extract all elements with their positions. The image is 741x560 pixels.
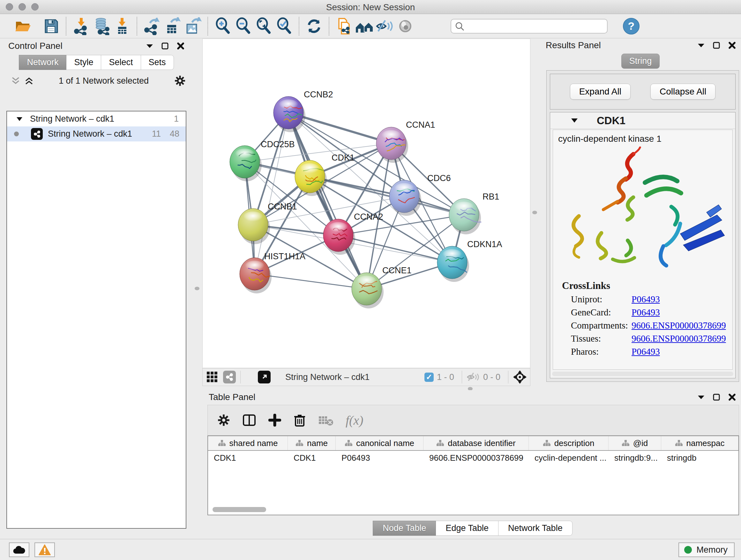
zoom-fit-button[interactable] [253,16,274,37]
birds-eye-view-icon[interactable] [513,370,527,384]
result-entry-header[interactable]: CDK1 [550,112,735,129]
import-network-button[interactable] [71,16,91,37]
export-image-button[interactable] [183,16,203,37]
close-panel-icon[interactable] [728,42,736,49]
help-button[interactable]: ? [623,18,639,35]
float-panel-icon[interactable] [713,394,720,401]
show-all-button[interactable] [395,16,415,37]
column-header-name[interactable]: name [288,436,336,450]
memory-button[interactable]: Memory [678,543,735,557]
zoom-in-button[interactable] [212,16,233,37]
zoom-selected-icon [275,17,293,35]
vertical-splitter-handle[interactable] [532,211,537,214]
crosslink-value[interactable]: 9606.ENSP00000378699 [631,333,726,344]
grid-view-icon[interactable] [206,371,219,383]
crosslink-value[interactable]: P06493 [631,347,660,357]
network-collection-label: String Network – cdk1 [30,114,114,124]
collapse-all-button[interactable]: Collapse All [650,84,716,100]
float-panel-icon[interactable] [713,42,720,49]
column-header--id[interactable]: @id [609,436,661,450]
gear-icon[interactable] [174,75,186,86]
network-node[interactable]: CCNB1 [238,202,297,244]
table-tab[interactable]: Network Table [498,521,572,536]
create-column-plus-icon[interactable] [268,414,281,427]
open-session-button[interactable] [13,16,33,37]
table-tabs: Node TableEdge TableNetwork Table [204,521,741,536]
control-panel-tab[interactable]: Select [101,55,141,70]
column-header-namespac[interactable]: namespac [661,436,738,450]
save-session-button[interactable] [41,16,61,37]
zoom-selected-button[interactable] [274,16,294,37]
table-tab[interactable]: Edge Table [436,521,498,536]
entry-detail: cyclin-dependent kinase 1 [553,130,733,370]
entry-expand-icon[interactable] [571,118,578,123]
import-network-from-database-button[interactable] [91,16,112,37]
control-panel-tab[interactable]: Network [19,55,66,70]
database-import-icon [92,17,111,35]
table-settings-gear-icon[interactable] [217,414,230,427]
column-header-database-identifier[interactable]: database identifier [423,436,529,450]
network-row[interactable]: String Network – cdk1 11 48 [7,126,186,141]
results-tab-string[interactable]: String [621,54,660,69]
close-panel-icon[interactable] [728,393,736,401]
collapse-all-icon[interactable] [11,77,20,85]
network-node[interactable]: CCNE1 [352,266,412,308]
import-table-button[interactable] [112,16,132,37]
network-node[interactable]: HIST1H1A [240,252,306,294]
export-table-button[interactable] [162,16,183,37]
column-header-shared-name[interactable]: shared name [208,436,288,450]
warnings-button[interactable] [35,543,55,557]
crosslink-value[interactable]: 9606.ENSP00000378699 [631,320,726,331]
hide-selected-button[interactable] [375,16,395,37]
expand-all-icon[interactable] [25,77,33,85]
function-builder-icon[interactable]: f(x) [346,413,363,428]
network-collection-row[interactable]: String Network – cdk1 1 [7,111,186,126]
delete-column-trash-icon[interactable] [293,413,306,427]
collection-count: 1 [174,114,179,124]
network-node[interactable]: RB1 [449,192,499,234]
crosslink-value[interactable]: P06493 [631,294,660,305]
close-panel-icon[interactable] [177,42,185,50]
show-columns-icon[interactable] [242,413,256,427]
detach-view-button[interactable] [258,371,271,383]
control-panel-tab[interactable]: Style [66,55,101,70]
expand-all-button[interactable]: Expand All [570,84,630,100]
crosslink-value[interactable]: P06493 [631,307,660,318]
node-count: 11 [152,129,161,139]
node-label: CCNE1 [382,266,412,275]
panel-menu-icon[interactable] [697,395,704,399]
export-network-button[interactable] [142,16,162,37]
table-row[interactable]: CDK1CDK1P064939606.ENSP00000378699cyclin… [208,451,738,465]
column-header-label: namespac [686,438,725,448]
first-neighbors-button[interactable] [354,16,375,37]
zoom-out-icon [234,17,252,35]
column-type-icon [295,440,303,447]
table-tab[interactable]: Node Table [373,521,436,536]
selected-checkbox-icon[interactable]: ✓ [424,373,434,382]
zoom-out-button[interactable] [233,16,253,37]
panel-menu-icon[interactable] [697,43,704,48]
table-header-row: shared namenamecanonical namedatabase id… [208,436,738,451]
network-node[interactable]: CCNA1 [376,120,435,163]
new-network-from-selection-button[interactable] [334,16,354,37]
float-panel-icon[interactable] [161,43,169,50]
tree-expand-icon[interactable] [17,117,22,121]
horizontal-scrollbar-thumb[interactable] [212,507,266,512]
apply-style-button[interactable] [304,16,324,37]
panel-menu-icon[interactable] [146,44,153,48]
column-header-label: shared name [229,438,278,448]
vertical-splitter-handle[interactable] [195,287,199,290]
network-canvas[interactable]: CCNB2CCNA1CDC25BCDK1CDC6RB1CCNB1CCNA2CDK… [202,39,530,368]
column-header-description[interactable]: description [529,436,609,450]
network-edge[interactable] [288,113,367,289]
delete-table-icon[interactable] [318,415,333,426]
network-edge[interactable] [255,113,288,274]
search-input[interactable] [451,19,608,34]
results-scrollbar[interactable] [552,372,733,376]
network-graph[interactable]: CCNB2CCNA1CDC25BCDK1CDC6RB1CCNB1CCNA2CDK… [203,39,530,368]
cloud-status-button[interactable] [9,543,29,557]
network-node[interactable]: CDKN1A [437,240,502,282]
network-view-icon[interactable] [223,371,236,383]
control-panel-tab[interactable]: Sets [141,55,174,70]
column-header-canonical-name[interactable]: canonical name [336,436,423,450]
